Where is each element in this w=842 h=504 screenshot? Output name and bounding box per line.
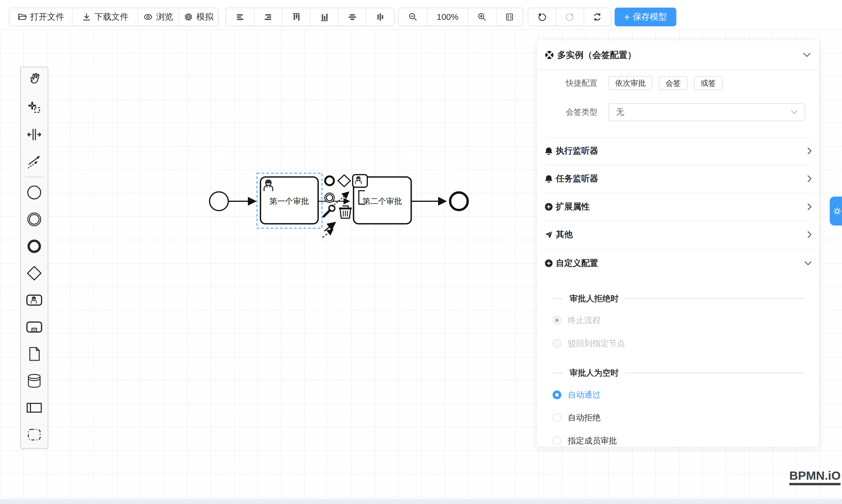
radio-assign-member[interactable]: 指定成员审批 [552,435,617,447]
section-extended-attributes[interactable]: 扩展属性 [544,199,811,215]
send-icon [544,230,553,239]
section-custom-config[interactable]: 自定义配置 [544,255,811,271]
radio-button [552,316,561,325]
properties-panel: 多实例（会签配置） 快捷配置 依次审批 会签 或签 会签类型 无 [537,40,819,447]
chevron-right-icon [807,203,811,210]
lasso-tool[interactable] [20,94,48,121]
wrench-icon[interactable] [324,205,335,216]
start-event[interactable] [210,192,228,211]
refresh-button[interactable] [583,8,611,26]
section-label: 任务监听器 [556,173,807,184]
data-store-icon [26,373,42,389]
zoom-level-button[interactable]: 100% [427,8,468,26]
distribute-vertical-button[interactable] [366,8,394,26]
bpmn-editor-app: 第一个审批 第二个审批 [0,0,842,504]
quick-option-countersign[interactable]: 会签 [659,76,687,90]
undo-button[interactable] [528,8,556,26]
connect-tool-icon[interactable] [322,222,335,237]
radio-label: 指定成员审批 [568,435,617,446]
radio-auto-approve[interactable]: 自动通过 [552,389,600,401]
chevron-down-icon [805,261,811,265]
create-data-store[interactable] [20,367,48,394]
create-data-object[interactable] [20,341,48,367]
intermediate-event-icon [26,211,42,228]
create-user-task[interactable] [20,287,48,313]
space-tool[interactable] [20,121,48,148]
gear-icon [832,206,842,216]
quick-option-orsign[interactable]: 或签 [694,76,723,90]
section-label: 其他 [556,229,807,240]
radio-button [552,436,561,445]
subprocess-icon [25,319,43,335]
radio-button [552,391,561,399]
append-intermediate-event-icon[interactable] [325,193,334,202]
plus-circle-icon [544,202,553,211]
data-object-icon [26,346,42,362]
create-subprocess[interactable] [20,313,48,341]
align-left-icon [235,12,245,22]
connect-tool[interactable] [20,148,48,175]
quick-config-label: 快捷配置 [564,78,597,88]
open-file-label: 打开文件 [30,11,64,23]
bell-icon [544,174,553,183]
divider [544,193,811,193]
append-gateway-icon[interactable] [338,175,350,187]
append-end-event-icon[interactable] [325,176,334,185]
create-gateway[interactable] [20,260,48,287]
section-execution-listener[interactable]: 执行监听器 [544,143,811,159]
lasso-icon [26,100,42,116]
zoom-reset-button[interactable] [496,8,523,26]
align-top-button[interactable] [282,8,310,26]
append-user-task-icon[interactable] [353,175,367,187]
create-end-event[interactable] [20,233,48,260]
simulate-button[interactable]: 模拟 [178,8,218,26]
open-file-button[interactable]: 打开文件 [10,8,72,26]
download-file-button[interactable]: 下载文件 [72,8,138,26]
bell-icon [544,147,553,155]
align-left-button[interactable] [226,8,254,26]
end-event[interactable] [450,193,468,210]
eye-icon [143,12,153,22]
section-label: 执行监听器 [556,145,807,157]
chevron-down-icon[interactable] [803,53,811,57]
trash-icon[interactable] [339,206,352,218]
create-start-event[interactable] [20,179,48,206]
hand-icon [26,73,42,89]
settings-tab[interactable] [830,197,842,226]
hand-tool[interactable] [20,67,48,94]
quick-option-sequential[interactable]: 依次审批 [609,76,652,90]
align-bottom-button[interactable] [310,8,338,26]
radio-return-to-node[interactable]: 驳回到指定节点 [552,338,625,349]
distribute-horizontal-icon [347,12,357,22]
section-label: 扩展属性 [556,201,807,213]
section-other[interactable]: 其他 [544,227,811,243]
save-model-label: 保存模型 [633,11,667,23]
distribute-horizontal-button[interactable] [338,8,366,26]
element-palette [20,67,48,449]
create-group[interactable] [20,421,48,448]
preview-label: 浏览 [156,11,173,23]
create-pool[interactable] [20,394,48,421]
multi-type-row: 会签类型 无 [564,103,805,121]
align-right-icon [263,12,273,22]
redo-button[interactable] [556,8,583,26]
section-task-listener[interactable]: 任务监听器 [544,170,811,187]
align-right-button[interactable] [254,8,282,26]
chevron-down-icon [791,110,797,114]
start-event-icon [26,184,42,201]
save-model-button[interactable]: + 保存模型 [615,7,676,26]
space-tool-icon [26,126,42,143]
preview-button[interactable]: 浏览 [138,8,178,26]
radio-auto-reject[interactable]: 自动拒绝 [552,412,600,424]
multi-instance-header[interactable]: 多实例（会签配置） [537,40,819,70]
user-task-1[interactable]: 第一个审批 [261,177,318,224]
radio-terminate-flow[interactable]: 终止流程 [552,314,600,326]
history-button-group [528,7,611,26]
multi-type-select[interactable]: 无 [609,103,805,121]
zoom-in-button[interactable] [468,8,496,26]
multi-type-label: 会签类型 [564,107,597,117]
file-button-group: 打开文件 下载文件 浏览 模 [9,7,218,26]
zoom-out-button[interactable] [399,8,427,26]
create-intermediate-event[interactable] [20,206,48,233]
user-task-icon [25,292,43,308]
